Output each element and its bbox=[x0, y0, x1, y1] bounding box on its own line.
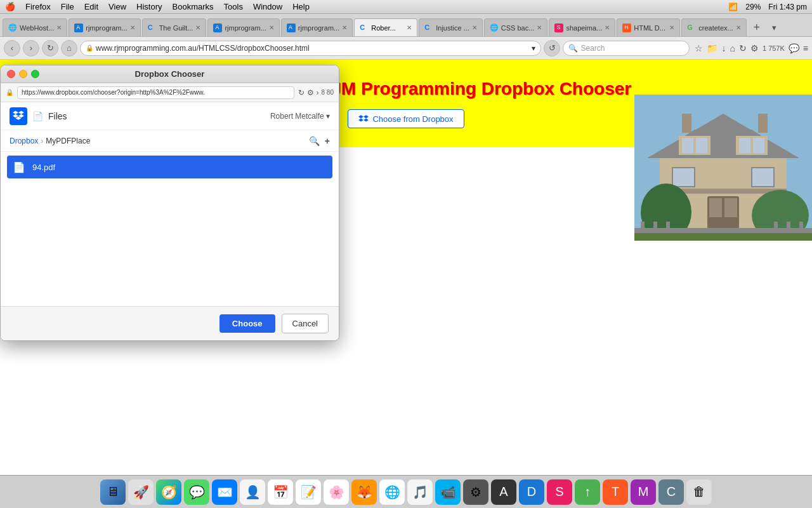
menu-tools[interactable]: Tools bbox=[224, 2, 243, 11]
tab-favicon: 🌐 bbox=[490, 23, 499, 32]
dock-trash[interactable]: 🗑 bbox=[686, 479, 712, 505]
menu-window[interactable]: Window bbox=[253, 2, 282, 11]
tab-close[interactable]: ✕ bbox=[605, 24, 610, 31]
chat-icon[interactable]: 💬 bbox=[789, 43, 799, 53]
dialog-nav-icons: ↻ ⚙ › 8 80 bbox=[298, 88, 334, 97]
dock-launchpad[interactable]: 🚀 bbox=[128, 479, 154, 505]
reload-button[interactable]: ↻ bbox=[42, 40, 58, 57]
dock-app5[interactable]: ↑ bbox=[575, 479, 600, 505]
home-nav-icon[interactable]: ⌂ bbox=[730, 43, 735, 53]
dialog-url-bar[interactable]: https://www.dropbox.com/chooser?origin=h… bbox=[17, 86, 294, 99]
breadcrumb-icons: 🔍 + bbox=[309, 136, 330, 146]
tab-close[interactable]: ✕ bbox=[342, 24, 347, 31]
dialog-reload-icon[interactable]: ↻ bbox=[298, 88, 304, 97]
tab-close[interactable]: ✕ bbox=[736, 24, 741, 31]
tab-webhost[interactable]: 🌐 WebHost... ✕ bbox=[3, 18, 67, 36]
dock-app1[interactable]: ⚙ bbox=[463, 479, 488, 505]
menu-help[interactable]: Help bbox=[292, 2, 310, 11]
tab-close[interactable]: ✕ bbox=[407, 24, 412, 31]
back-button[interactable]: ‹ bbox=[4, 40, 20, 57]
user-name[interactable]: Robert Metcalfe ▾ bbox=[270, 112, 330, 121]
dialog-arrow-icon[interactable]: › bbox=[317, 88, 319, 97]
dock-app6[interactable]: T bbox=[603, 479, 628, 505]
search-bar[interactable]: 🔍 Search bbox=[563, 41, 690, 56]
menu-firefox[interactable]: Firefox bbox=[25, 2, 51, 11]
tab-menu-button[interactable]: ▾ bbox=[766, 18, 783, 36]
refresh-button[interactable]: ↺ bbox=[544, 40, 560, 57]
home-button[interactable]: ⌂ bbox=[61, 40, 77, 57]
sync-icon[interactable]: ↻ bbox=[739, 43, 747, 53]
dock-app7[interactable]: M bbox=[631, 479, 656, 505]
cancel-button[interactable]: Cancel bbox=[282, 314, 329, 333]
tab-close[interactable]: ✕ bbox=[669, 24, 674, 31]
browser-window: 🌐 WebHost... ✕ A rjmprogram... ✕ C The G… bbox=[0, 14, 812, 508]
tab-close[interactable]: ✕ bbox=[56, 24, 62, 31]
menu-edit[interactable]: Edit bbox=[84, 2, 98, 11]
dock-skype[interactable]: 📹 bbox=[435, 479, 461, 505]
tab-injustice[interactable]: C Injustice ... ✕ bbox=[419, 18, 483, 36]
dock-itunes[interactable]: 🎵 bbox=[407, 479, 433, 505]
menu-history[interactable]: History bbox=[136, 2, 162, 11]
new-tab-button[interactable]: + bbox=[748, 18, 766, 36]
minimize-button[interactable] bbox=[19, 70, 27, 78]
forward-button[interactable]: › bbox=[23, 40, 39, 57]
tab-rober[interactable]: C Rober... ✕ bbox=[354, 18, 417, 36]
dialog-header-row: 📄 Files Robert Metcalfe ▾ bbox=[1, 102, 339, 130]
tab-close[interactable]: ✕ bbox=[269, 24, 274, 31]
apple-menu[interactable]: 🍎 bbox=[5, 2, 15, 11]
tab-favicon: H bbox=[622, 23, 631, 32]
breadcrumb-row: Dropbox › MyPDFPlace 🔍 + bbox=[1, 130, 339, 152]
dock-app3[interactable]: D bbox=[519, 479, 544, 505]
search-placeholder: Search bbox=[580, 44, 605, 53]
tab-rjm3[interactable]: A rjmprogram... ✕ bbox=[281, 18, 353, 36]
search-breadcrumb-icon[interactable]: 🔍 bbox=[309, 136, 320, 146]
tab-createtex[interactable]: G createtex... ✕ bbox=[681, 18, 746, 36]
tab-close[interactable]: ✕ bbox=[130, 24, 135, 31]
tab-close[interactable]: ✕ bbox=[195, 24, 200, 31]
url-dropdown-icon[interactable]: ▾ bbox=[532, 44, 535, 53]
dock-app2[interactable]: A bbox=[491, 479, 516, 505]
breadcrumb-root[interactable]: Dropbox bbox=[10, 137, 38, 145]
pdf-file-icon: 📄 bbox=[12, 160, 26, 174]
files-label: Files bbox=[48, 111, 67, 121]
dock-app4[interactable]: S bbox=[547, 479, 572, 505]
dock-messages[interactable]: 💬 bbox=[184, 479, 209, 505]
menu-view[interactable]: View bbox=[108, 2, 126, 11]
tab-guilt[interactable]: C The Guilt... ✕ bbox=[142, 18, 207, 36]
dock-mail[interactable]: ✉️ bbox=[212, 479, 237, 505]
tab-css[interactable]: 🌐 CSS bac... ✕ bbox=[484, 18, 548, 36]
file-item[interactable]: 📄 94.pdf bbox=[7, 156, 332, 178]
bookmark-folder-icon[interactable]: 📁 bbox=[707, 43, 717, 53]
dock-photos[interactable]: 🌸 bbox=[324, 479, 349, 505]
more-tools-icon[interactable]: ⚙ bbox=[750, 43, 759, 53]
add-folder-icon[interactable]: + bbox=[325, 136, 330, 146]
menu-icon[interactable]: ≡ bbox=[803, 43, 808, 53]
dock-app8[interactable]: C bbox=[658, 479, 684, 505]
tab-rjm2[interactable]: A rjmprogram... ✕ bbox=[207, 18, 279, 36]
url-bar[interactable]: 🔒 www.rjmprogramming.com.au/HTMLCSS/drop… bbox=[80, 41, 541, 56]
tab-favicon: A bbox=[74, 23, 83, 32]
choose-button[interactable]: Choose bbox=[219, 314, 275, 333]
tab-htmld[interactable]: H HTML D... ✕ bbox=[617, 18, 680, 36]
dialog-gear-icon[interactable]: ⚙ bbox=[307, 88, 314, 97]
dock-finder[interactable]: 🖥 bbox=[100, 479, 126, 505]
dock-safari[interactable]: 🧭 bbox=[156, 479, 181, 505]
dock-reminders[interactable]: 📝 bbox=[296, 479, 321, 505]
close-button[interactable] bbox=[7, 70, 15, 78]
maximize-button[interactable] bbox=[31, 70, 39, 78]
menu-bookmarks[interactable]: Bookmarks bbox=[173, 2, 214, 11]
download-icon[interactable]: ↓ bbox=[721, 43, 726, 53]
lock-icon: 🔒 bbox=[86, 44, 93, 51]
nav-bar: ‹ › ↻ ⌂ 🔒 www.rjmprogramming.com.au/HTML… bbox=[0, 37, 812, 60]
dialog-titlebar: Dropbox Chooser bbox=[1, 65, 339, 83]
dock-firefox[interactable]: 🦊 bbox=[351, 479, 377, 505]
tab-close[interactable]: ✕ bbox=[472, 24, 477, 31]
dock-calendar[interactable]: 📅 bbox=[268, 479, 293, 505]
tab-rjm1[interactable]: A rjmprogram... ✕ bbox=[69, 18, 140, 36]
tab-shapeima[interactable]: S shapeima... ✕ bbox=[549, 18, 615, 36]
dock-contacts[interactable]: 👤 bbox=[240, 479, 265, 505]
bookmark-star-icon[interactable]: ☆ bbox=[695, 43, 703, 53]
tab-close[interactable]: ✕ bbox=[537, 24, 542, 31]
menu-file[interactable]: File bbox=[61, 2, 74, 11]
dock-chrome[interactable]: 🌐 bbox=[379, 479, 405, 505]
